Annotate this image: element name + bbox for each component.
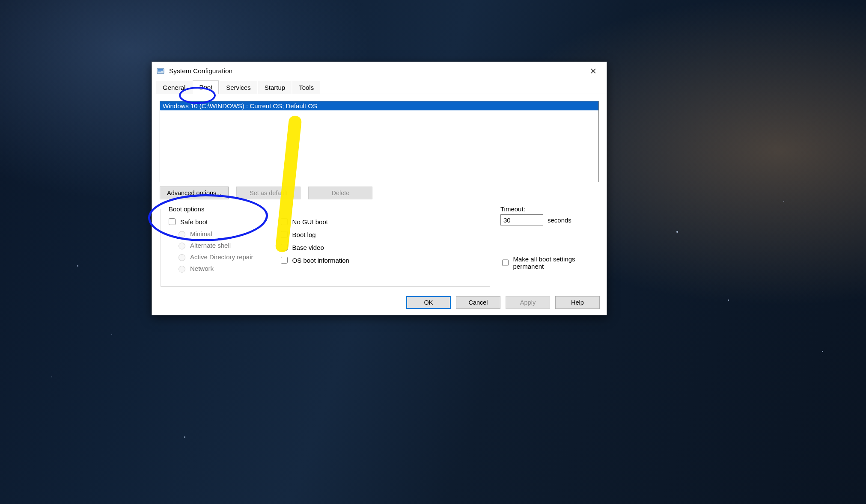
- svg-rect-2: [158, 71, 161, 72]
- safe-boot-checkbox[interactable]: [169, 218, 176, 225]
- timeout-label: Timeout:: [500, 205, 599, 213]
- tab-strip: General Boot Services Startup Tools: [152, 80, 607, 94]
- timeout-panel: Timeout: seconds Make all boot settings …: [500, 205, 599, 287]
- boot-options-group: Boot options Safe boot Minimal: [161, 205, 490, 287]
- close-button[interactable]: [583, 64, 603, 78]
- tab-services[interactable]: Services: [220, 81, 257, 94]
- boot-log-text: Boot log: [292, 231, 316, 238]
- timeout-input[interactable]: [500, 214, 543, 225]
- tab-body-boot: Windows 10 (C:\WINDOWS) : Current OS; De…: [152, 94, 607, 292]
- minimal-text: Minimal: [190, 230, 212, 237]
- permanent-label[interactable]: Make all boot settings permanent: [500, 255, 599, 270]
- tab-boot[interactable]: Boot: [193, 80, 219, 94]
- boot-log-label[interactable]: Boot log: [279, 230, 349, 239]
- timeout-unit: seconds: [548, 216, 571, 224]
- base-video-checkbox[interactable]: [281, 244, 288, 251]
- minimal-radio: [179, 231, 185, 238]
- network-label: Network: [176, 264, 253, 273]
- titlebar: System Configuration: [152, 62, 607, 80]
- svg-rect-0: [157, 68, 164, 74]
- ad-repair-label: Active Directory repair: [176, 253, 253, 261]
- close-icon: [591, 68, 596, 74]
- base-video-text: Base video: [292, 244, 324, 251]
- safe-boot-label[interactable]: Safe boot: [167, 217, 253, 226]
- window-title: System Configuration: [169, 67, 232, 75]
- permanent-text: Make all boot settings permanent: [513, 255, 599, 270]
- ad-repair-text: Active Directory repair: [190, 253, 253, 261]
- os-boot-info-label[interactable]: OS boot information: [279, 255, 349, 265]
- alternate-shell-text: Alternate shell: [190, 242, 231, 249]
- svg-rect-1: [158, 69, 163, 71]
- minimal-label: Minimal: [176, 230, 253, 238]
- os-list-item[interactable]: Windows 10 (C:\WINDOWS) : Current OS; De…: [160, 101, 598, 110]
- help-button[interactable]: Help: [555, 296, 600, 309]
- tab-startup[interactable]: Startup: [258, 81, 292, 94]
- boot-log-checkbox[interactable]: [281, 231, 288, 238]
- os-boot-info-text: OS boot information: [292, 257, 349, 264]
- network-text: Network: [190, 265, 214, 272]
- boot-options-legend: Boot options: [167, 205, 206, 213]
- alternate-shell-label: Alternate shell: [176, 241, 253, 249]
- tab-general[interactable]: General: [156, 81, 192, 94]
- set-as-default-button: Set as default: [236, 187, 301, 199]
- alternate-shell-radio: [179, 243, 185, 249]
- apply-button: Apply: [506, 296, 550, 309]
- tab-tools[interactable]: Tools: [292, 81, 320, 94]
- msconfig-icon: [156, 67, 165, 75]
- no-gui-boot-checkbox[interactable]: [281, 218, 288, 225]
- network-radio: [179, 266, 185, 273]
- os-boot-info-checkbox[interactable]: [281, 257, 288, 264]
- dialog-button-row: OK Cancel Apply Help: [152, 292, 607, 315]
- advanced-options-button[interactable]: Advanced options...: [160, 187, 229, 199]
- system-configuration-dialog: System Configuration General Boot Servic…: [152, 62, 607, 315]
- no-gui-boot-text: No GUI boot: [292, 218, 328, 225]
- safe-boot-text: Safe boot: [180, 218, 208, 225]
- ad-repair-radio: [179, 254, 185, 261]
- delete-button: Delete: [308, 187, 372, 199]
- no-gui-boot-label[interactable]: No GUI boot: [279, 217, 349, 226]
- ok-button[interactable]: OK: [406, 296, 451, 309]
- cancel-button[interactable]: Cancel: [456, 296, 500, 309]
- base-video-label[interactable]: Base video: [279, 243, 349, 252]
- permanent-checkbox[interactable]: [502, 259, 509, 266]
- os-list[interactable]: Windows 10 (C:\WINDOWS) : Current OS; De…: [160, 101, 599, 182]
